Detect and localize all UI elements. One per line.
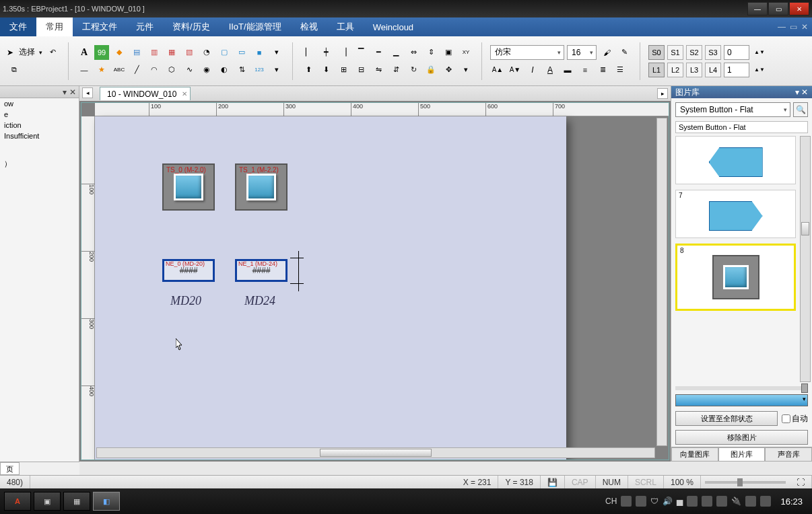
tool-more2[interactable]: ▾	[269, 63, 284, 77]
group[interactable]: ⊞	[336, 63, 351, 77]
align-right[interactable]: ▕	[336, 45, 351, 60]
text-align-c[interactable]: ≣	[595, 63, 610, 77]
remove-picture-button[interactable]: 移除图片	[675, 430, 808, 445]
tool-scale[interactable]: ⇅	[234, 63, 249, 77]
tray-icon[interactable]	[760, 496, 771, 507]
tab-close-icon[interactable]: ✕	[182, 90, 187, 98]
lang-l1[interactable]: L1	[648, 63, 665, 77]
tool-bar[interactable]: ▥	[147, 45, 162, 60]
left-tab-page[interactable]: 页	[0, 462, 20, 475]
tool-line2[interactable]: ╱	[129, 63, 144, 77]
canvas-horizontal-scrollbar[interactable]	[96, 447, 655, 458]
flip-v[interactable]: ⇵	[388, 63, 403, 77]
menu-view[interactable]: 检视	[291, 17, 327, 36]
panel-close-icon[interactable]: ✕	[801, 87, 808, 97]
font-color-btn[interactable]: 🖌	[599, 45, 614, 60]
tray-icon[interactable]	[636, 496, 646, 507]
document-tab[interactable]: 10 - WINDOW_010 ✕	[100, 87, 191, 100]
tray-icon[interactable]	[702, 496, 712, 507]
tray-network-icon[interactable]: ▅	[677, 497, 683, 506]
tray-volume-icon[interactable]: 🔊	[663, 497, 673, 506]
tool-num[interactable]: 123	[252, 63, 267, 77]
fit-screen-icon[interactable]: ⛶	[790, 476, 812, 488]
rotate[interactable]: ↻	[406, 63, 421, 77]
mdi-minimize-icon[interactable]: —	[778, 22, 786, 32]
tool-tag[interactable]: ★	[94, 63, 109, 77]
menu-iiot[interactable]: IIoT/能源管理	[219, 17, 291, 36]
tool-button[interactable]: ▢	[217, 45, 232, 60]
more-align[interactable]: ▾	[459, 63, 473, 77]
design-canvas[interactable]: TS_0 (M-2.0) TS_1 (M-2.2) NE_0 (MD-20) #…	[95, 116, 566, 460]
tray-icon[interactable]	[716, 496, 727, 507]
align-xy[interactable]: XY	[459, 45, 473, 60]
chevron-down-icon[interactable]: ▾	[39, 49, 42, 56]
window-maximize-button[interactable]: ▭	[768, 2, 788, 15]
align-middle[interactable]: ━	[371, 45, 386, 60]
send-back[interactable]: ⬇	[318, 63, 333, 77]
tool-knob[interactable]: ◉	[199, 63, 214, 77]
menu-project[interactable]: 工程文件	[73, 17, 127, 36]
tree-item[interactable]: ow	[0, 98, 79, 109]
state-s3[interactable]: S3	[705, 45, 721, 60]
zoom-slider[interactable]	[705, 481, 786, 484]
auto-checkbox[interactable]: 自动	[782, 413, 808, 425]
tool-abc[interactable]: ABC	[112, 63, 127, 77]
text-align-r[interactable]: ☰	[613, 63, 628, 77]
tray-battery-icon[interactable]: 🔌	[731, 497, 741, 506]
tool-curve[interactable]: ∿	[182, 63, 197, 77]
canvas-viewport[interactable]: 100 200 300 400 500 600 700 100 200 300 …	[81, 102, 669, 460]
align-bottom[interactable]: ▁	[388, 45, 403, 60]
tab-picture-library[interactable]: 图片库	[718, 447, 766, 462]
dist-h[interactable]: ⇔	[406, 45, 421, 60]
state-s1[interactable]: S1	[667, 45, 683, 60]
mdi-close-icon[interactable]: ✕	[801, 22, 808, 32]
tab-vector-library[interactable]: 向量图库	[671, 447, 718, 462]
state-s0[interactable]: S0	[648, 45, 665, 60]
ungroup[interactable]: ⊟	[353, 63, 368, 77]
state-spin[interactable]: ▲▼	[752, 45, 767, 60]
font-italic[interactable]: I	[525, 63, 540, 77]
tool-meter1[interactable]: ▦	[164, 45, 179, 60]
taskbar-app-active[interactable]: ◧	[93, 492, 120, 511]
align-center-h[interactable]: ┿	[318, 45, 333, 60]
taskbar-clock[interactable]: 16:23	[775, 497, 808, 507]
lang-l3[interactable]: L3	[686, 63, 702, 77]
toggle-switch-object-1[interactable]: TS_0 (M-2.0)	[162, 163, 215, 211]
lock[interactable]: 🔒	[424, 63, 438, 77]
same-size[interactable]: ▣	[441, 45, 456, 60]
pin-icon[interactable]: ▾	[795, 87, 799, 97]
tab-nav-right[interactable]: ▸	[657, 88, 668, 99]
tray-icon[interactable]	[621, 496, 632, 507]
pin-icon[interactable]: ▾	[63, 87, 67, 97]
font-style-btn[interactable]: ✎	[617, 45, 632, 60]
window-minimize-button[interactable]: —	[747, 2, 768, 15]
tool-lamp[interactable]: ◆	[112, 45, 127, 60]
lang-l4[interactable]: L4	[705, 63, 721, 77]
bring-front[interactable]: ⬆	[301, 63, 316, 77]
set-all-states-button[interactable]: 设置至全部状态	[675, 411, 778, 426]
menu-tools[interactable]: 工具	[327, 17, 364, 36]
lang-indicator[interactable]: CH	[605, 497, 617, 506]
tree-item[interactable]: Insufficient	[0, 131, 79, 141]
tray-icon[interactable]	[745, 496, 756, 507]
font-shrink[interactable]: A▼	[508, 63, 522, 77]
toggle-switch-object-2[interactable]: TS_1 (M-2.2)	[235, 163, 287, 211]
text-align-l[interactable]: ≡	[578, 63, 593, 77]
tree-item[interactable]: ）	[0, 157, 79, 170]
nudge[interactable]: ✥	[441, 63, 456, 77]
font-name-combo[interactable]: 仿宋	[490, 45, 564, 60]
select-label[interactable]: 选择	[19, 46, 35, 58]
flip-h[interactable]: ⇋	[371, 63, 386, 77]
menu-element[interactable]: 元件	[127, 17, 163, 36]
font-size-combo[interactable]: 16	[567, 45, 597, 60]
tray-icon[interactable]	[687, 496, 698, 507]
tool-arc[interactable]: ◠	[147, 63, 162, 77]
tool-poly[interactable]: ⬡	[164, 63, 179, 77]
tool-dial[interactable]: ◐	[217, 63, 232, 77]
tool-meter2[interactable]: ▧	[182, 45, 197, 60]
align-top[interactable]: ▔	[353, 45, 368, 60]
menu-data[interactable]: 资料/历史	[163, 17, 219, 36]
state-value-input[interactable]	[724, 45, 749, 60]
tool-switch[interactable]: ■	[252, 45, 267, 60]
window-close-button[interactable]: ✕	[789, 2, 809, 15]
